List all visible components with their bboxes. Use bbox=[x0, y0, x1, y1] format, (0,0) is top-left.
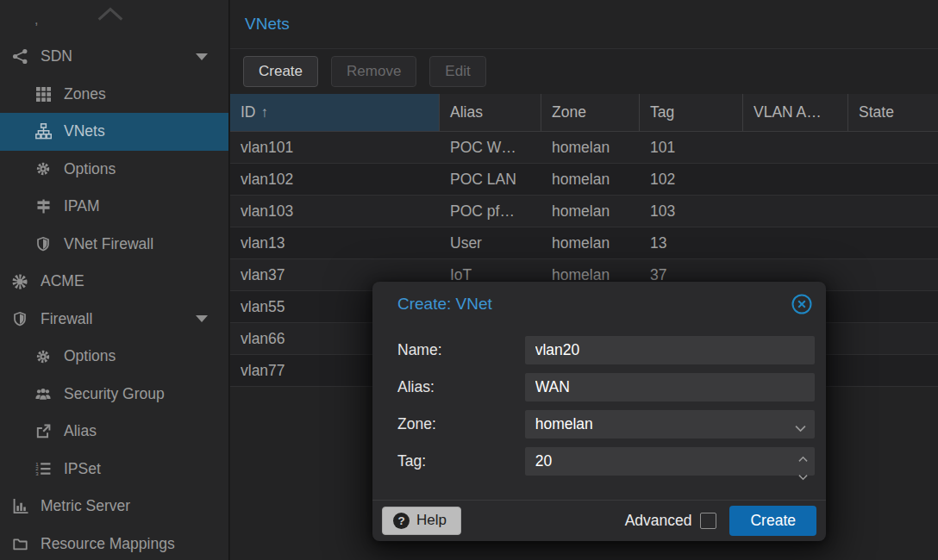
column-header-tag[interactable]: Tag bbox=[640, 94, 743, 131]
chevron-down-icon[interactable] bbox=[196, 53, 208, 60]
sitemap-icon bbox=[32, 123, 54, 140]
table-header: ID ↑ Alias Zone Tag VLAN A… State bbox=[230, 94, 938, 132]
sidebar-item-ipset[interactable]: 123 IPSet bbox=[0, 451, 228, 488]
certificate-icon bbox=[9, 274, 31, 289]
alias-label: Alias: bbox=[397, 378, 525, 396]
sidebar-item-zones[interactable]: Zones bbox=[0, 76, 228, 114]
sidebar-item-label: VNets bbox=[64, 122, 105, 140]
dialog-header[interactable]: Create: VNet bbox=[372, 282, 826, 320]
sort-asc-icon: ↑ bbox=[261, 104, 269, 121]
create-vnet-dialog: Create: VNet Name: Alias: Zon bbox=[372, 282, 826, 541]
chevron-up-icon bbox=[97, 7, 124, 24]
spinner-down-icon[interactable] bbox=[798, 469, 808, 484]
column-header-state[interactable]: State bbox=[848, 94, 938, 131]
zone-select[interactable] bbox=[525, 410, 815, 439]
sidebar-item-label: Security Group bbox=[64, 385, 165, 403]
column-header-vlan-aware[interactable]: VLAN A… bbox=[743, 94, 848, 131]
name-input[interactable] bbox=[525, 336, 815, 364]
sidebar-item-sdn[interactable]: SDN bbox=[0, 38, 228, 76]
zone-field-row: Zone: bbox=[397, 410, 815, 439]
table-row[interactable]: vlan103POC pf…homelan103 bbox=[230, 196, 938, 227]
name-field-row: Name: bbox=[397, 336, 815, 364]
sidebar-item-metric-server[interactable]: Metric Server bbox=[0, 488, 228, 526]
create-button[interactable]: Create bbox=[243, 56, 318, 87]
tag-field-row: Tag: bbox=[397, 447, 815, 476]
sidebar-item-label: Alias bbox=[64, 422, 97, 440]
table-row[interactable]: vlan102POC LANhomelan102 bbox=[230, 164, 938, 196]
help-button-label: Help bbox=[416, 512, 447, 529]
title-bar: VNets bbox=[230, 0, 938, 49]
sidebar-item-label: Resource Mappings bbox=[41, 535, 175, 553]
gear-icon bbox=[32, 161, 54, 177]
chevron-down-icon[interactable] bbox=[795, 420, 806, 436]
partial-item-text: , bbox=[34, 12, 38, 28]
spinner-up-icon[interactable] bbox=[798, 451, 808, 466]
column-header-id[interactable]: ID ↑ bbox=[230, 94, 440, 131]
sidebar-item-resource-mappings[interactable]: Resource Mappings bbox=[0, 526, 228, 560]
dialog-footer: ? Help Advanced Create bbox=[372, 500, 826, 541]
external-link-icon bbox=[32, 424, 54, 439]
sidebar-item-firewall[interactable]: Firewall bbox=[0, 301, 228, 339]
proxmox-app: , SDN Zones VNets Options IPAM bbox=[0, 0, 938, 560]
sidebar-item-label: SDN bbox=[41, 47, 72, 65]
sidebar-item-vnet-firewall[interactable]: VNet Firewall bbox=[0, 226, 228, 264]
sidebar-item-firewall-options[interactable]: Options bbox=[0, 338, 228, 376]
column-header-zone[interactable]: Zone bbox=[541, 94, 640, 131]
sidebar-item-label: Firewall bbox=[41, 310, 92, 328]
shield-icon bbox=[9, 311, 31, 327]
name-field bbox=[525, 336, 815, 364]
alias-field-row: Alias: bbox=[397, 373, 815, 401]
svg-text:3: 3 bbox=[35, 472, 39, 477]
sidebar-item-label: Zones bbox=[64, 85, 106, 103]
share-nodes-icon bbox=[9, 48, 31, 65]
sidebar-item-label: IPSet bbox=[64, 460, 101, 478]
tag-input[interactable] bbox=[525, 447, 815, 476]
sidebar-scroll-up[interactable]: , bbox=[0, 0, 228, 38]
close-icon bbox=[791, 305, 813, 318]
gear-icon bbox=[32, 349, 54, 364]
advanced-label: Advanced bbox=[625, 512, 692, 530]
sidebar-nav: , SDN Zones VNets Options IPAM bbox=[0, 0, 229, 560]
name-label: Name: bbox=[397, 341, 525, 359]
signpost-icon bbox=[32, 199, 54, 214]
column-header-alias[interactable]: Alias bbox=[440, 94, 541, 131]
chevron-down-icon[interactable] bbox=[196, 315, 208, 322]
shield-icon bbox=[32, 236, 54, 252]
table-row[interactable]: vlan13Userhomelan13 bbox=[230, 227, 938, 259]
sidebar-item-label: Options bbox=[64, 347, 116, 365]
advanced-checkbox[interactable] bbox=[700, 513, 716, 529]
tag-label: Tag: bbox=[397, 452, 525, 470]
page-title: VNets bbox=[245, 15, 290, 34]
help-button[interactable]: ? Help bbox=[382, 507, 461, 535]
sidebar-item-label: ACME bbox=[41, 272, 84, 290]
bar-chart-icon bbox=[9, 499, 31, 514]
sidebar-item-ipam[interactable]: IPAM bbox=[0, 188, 228, 226]
list-ol-icon: 123 bbox=[32, 461, 54, 476]
question-circle-icon: ? bbox=[393, 513, 410, 529]
toolbar: Create Remove Edit bbox=[230, 49, 938, 94]
folder-icon bbox=[9, 537, 31, 551]
zone-label: Zone: bbox=[397, 415, 525, 433]
zone-input[interactable] bbox=[525, 410, 815, 439]
users-icon bbox=[32, 386, 54, 401]
alias-input[interactable] bbox=[525, 373, 815, 401]
submit-create-button[interactable]: Create bbox=[729, 506, 816, 536]
dialog-title: Create: VNet bbox=[397, 295, 492, 314]
sidebar-item-label: Metric Server bbox=[41, 497, 130, 515]
sidebar-item-label: VNet Firewall bbox=[64, 235, 153, 253]
remove-button[interactable]: Remove bbox=[331, 56, 416, 87]
close-button[interactable] bbox=[791, 293, 813, 315]
sidebar-item-acme[interactable]: ACME bbox=[0, 263, 228, 301]
table-row[interactable]: vlan101POC W…homelan101 bbox=[230, 132, 938, 164]
grid-icon bbox=[32, 87, 54, 102]
sidebar-item-vnets[interactable]: VNets bbox=[0, 113, 228, 151]
tag-spinner-field bbox=[525, 447, 815, 476]
number-spinner[interactable] bbox=[798, 451, 808, 484]
sidebar-item-security-group[interactable]: Security Group bbox=[0, 376, 228, 414]
sidebar-item-label: IPAM bbox=[64, 197, 100, 215]
sidebar-item-sdn-options[interactable]: Options bbox=[0, 151, 228, 189]
edit-button[interactable]: Edit bbox=[429, 56, 485, 87]
sidebar-item-label: Options bbox=[64, 160, 116, 178]
alias-field bbox=[525, 373, 815, 401]
sidebar-item-alias[interactable]: Alias bbox=[0, 413, 228, 451]
